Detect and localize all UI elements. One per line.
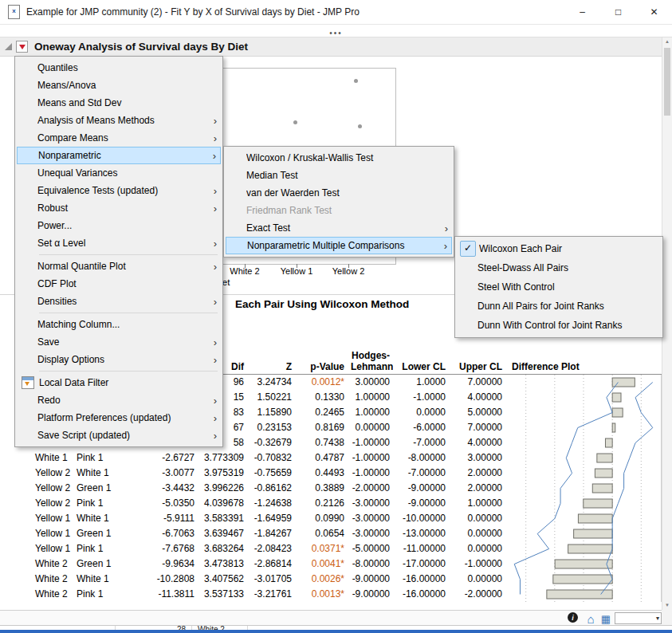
table-cell: 0.2126: [295, 496, 348, 511]
menu-item-set-level[interactable]: Set α Level›: [17, 234, 221, 252]
menu-item-median-test[interactable]: Median Test: [226, 167, 452, 184]
status-dropdown[interactable]: ▾: [615, 612, 662, 624]
table-cell: -1.0000: [393, 390, 449, 405]
menu-item-analysis-of-means-methods[interactable]: Analysis of Means Methods›: [17, 112, 221, 129]
submenu-arrow-icon: ›: [206, 115, 217, 127]
table-cell: Yellow 1: [32, 511, 73, 526]
column-header-p-value: p-Value: [295, 361, 348, 374]
scrollbar-thumb[interactable]: [664, 48, 670, 116]
menu-item-means-and-std-dev[interactable]: Means and Std Dev: [17, 94, 221, 112]
table-cell: 0.0990: [295, 511, 348, 526]
table-cell: 1.0000: [393, 375, 449, 390]
menu-item-label: Friedman Rank Test: [246, 205, 448, 216]
table-cell: 0.3889: [295, 481, 348, 496]
table-cell: Yellow 1: [32, 541, 73, 556]
difference-bar: [555, 560, 612, 568]
menu-item-dunn-all-pairs-for-joint-ranks[interactable]: Dunn All Pairs for Joint Ranks: [457, 297, 661, 316]
grid-icon[interactable]: ▦: [599, 612, 612, 625]
menu-item-means-anova[interactable]: Means/Anova: [17, 77, 221, 94]
submenu-arrow-icon: ›: [206, 395, 217, 407]
table-cell: -3.0077: [113, 466, 198, 481]
table-cell: -1.24638: [247, 496, 295, 511]
menu-item-normal-quantile-plot[interactable]: Normal Quantile Plot›: [17, 258, 221, 275]
info-icon[interactable]: i: [568, 612, 578, 623]
menu-item-display-options[interactable]: Display Options›: [17, 351, 221, 368]
home-icon[interactable]: ⌂: [584, 612, 597, 625]
difference-bar: [612, 393, 621, 402]
maximize-button[interactable]: □: [600, 0, 636, 24]
table-cell: White 2: [32, 587, 73, 602]
table-cell: -9.00000: [348, 572, 393, 587]
menu-item-steel-dwass-all-pairs[interactable]: Steel-Dwass All Pairs: [457, 258, 661, 277]
table-cell: -1.00000: [348, 435, 393, 450]
menu-item-label: Means/Anova: [37, 80, 217, 91]
menu-item-label: Means and Std Dev: [37, 97, 217, 108]
table-cell: -8.00000: [348, 556, 393, 572]
menu-item-redo[interactable]: Redo›: [17, 391, 221, 409]
table-cell: 1.00000: [348, 405, 393, 420]
menu-item-robust[interactable]: Robust›: [17, 199, 221, 217]
red-triangle-context-menu: QuantilesMeans/AnovaMeans and Std DevAna…: [14, 56, 223, 447]
menu-item-label: Local Data Filter: [39, 377, 217, 388]
table-cell: -2.08423: [247, 541, 295, 556]
submenu-arrow-icon: ›: [206, 430, 217, 442]
red-triangle-menu-button[interactable]: [16, 41, 28, 53]
table-cell: White 2: [32, 556, 73, 572]
menu-item-unequal-variances[interactable]: Unequal Variances: [17, 164, 221, 182]
submenu-arrow-icon: ›: [206, 412, 217, 424]
submenu-arrow-icon: ›: [206, 296, 217, 308]
window-title: Example for JMP community (2) - Fit Y by…: [26, 6, 360, 18]
table-cell: 0.4787: [295, 450, 348, 466]
table-cell: 7.00000: [449, 375, 505, 390]
toolbar-collapse-handle[interactable]: •••: [329, 29, 343, 37]
disclosure-triangle-icon[interactable]: [5, 43, 12, 50]
menu-item-label: Dunn All Pairs for Joint Ranks: [477, 301, 657, 312]
table-cell: 1.00000: [449, 496, 505, 511]
minimize-button[interactable]: –: [564, 0, 600, 24]
menu-item-van-der-waerden-test[interactable]: van der Waerden Test: [226, 184, 452, 202]
table-cell: 0.00000: [348, 420, 393, 435]
menu-item-save[interactable]: Save›: [17, 333, 221, 351]
menu-item-quantiles[interactable]: Quantiles: [17, 59, 221, 77]
menu-item-nonparametric-multiple-comparisons[interactable]: Nonparametric Multiple Comparisons›: [226, 237, 452, 254]
table-cell: 0.00000: [449, 526, 505, 541]
menu-item-steel-with-control[interactable]: Steel With Control: [457, 277, 661, 297]
x-tick-label: Yellow 1: [281, 266, 313, 276]
table-cell: -2.86814: [247, 556, 295, 572]
table-cell: Green 1: [73, 526, 113, 541]
menu-item-label: Save Script (updated): [37, 430, 206, 441]
status-bar: i⌂▦ ▾: [0, 610, 662, 625]
menu-item-densities[interactable]: Densities›: [17, 293, 221, 310]
menu-item-compare-means[interactable]: Compare Means›: [17, 129, 221, 147]
menu-item-power[interactable]: Power...: [17, 217, 221, 234]
scroll-down-arrow-icon[interactable]: ▼: [662, 600, 672, 610]
menu-item-cdf-plot[interactable]: CDF Plot: [17, 275, 221, 293]
menu-item-exact-test[interactable]: Exact Test›: [226, 219, 452, 237]
menu-item-nonparametric[interactable]: Nonparametric›: [17, 147, 221, 164]
red-triangle-icon: [19, 45, 26, 49]
menu-item-platform-preferences-updated[interactable]: Platform Preferences (updated)›: [17, 409, 221, 427]
menu-item-wilcoxon-each-pair[interactable]: ✓Wilcoxon Each Pair: [457, 239, 661, 258]
close-button[interactable]: ✕: [636, 0, 672, 24]
table-cell: -10.00000: [393, 511, 449, 526]
dropdown-caret-icon: ▾: [656, 615, 659, 622]
table-cell: -6.0000: [393, 420, 449, 435]
menu-item-matching-column[interactable]: Matching Column...: [17, 316, 221, 333]
table-cell: 3.24734: [247, 375, 295, 390]
report-title: Oneway Analysis of Survival days By Diet: [34, 41, 248, 53]
table-cell: -2.00000: [348, 481, 393, 496]
table-cell: 5.00000: [449, 405, 505, 420]
menu-item-local-data-filter[interactable]: Local Data Filter: [17, 374, 221, 391]
table-cell: 2.00000: [449, 466, 505, 481]
column-header-upper-cl: Upper CL: [449, 361, 505, 374]
table-cell: -16.00000: [393, 587, 449, 602]
menu-item-wilcoxon-kruskal-wallis-test[interactable]: Wilcoxon / Kruskal-Wallis Test: [226, 149, 452, 167]
menu-item-save-script-updated[interactable]: Save Script (updated)›: [17, 427, 221, 444]
submenu-arrow-icon: ›: [206, 354, 217, 366]
menu-item-equivalence-tests-updated[interactable]: Equivalence Tests (updated)›: [17, 182, 221, 199]
submenu-arrow-icon: ›: [437, 222, 448, 234]
menu-item-dunn-with-control-for-joint-ranks[interactable]: Dunn With Control for Joint Ranks: [457, 316, 661, 335]
table-cell: -1.00000: [348, 466, 393, 481]
scroll-up-arrow-icon[interactable]: ▲: [662, 37, 672, 46]
difference-bar: [553, 575, 612, 584]
